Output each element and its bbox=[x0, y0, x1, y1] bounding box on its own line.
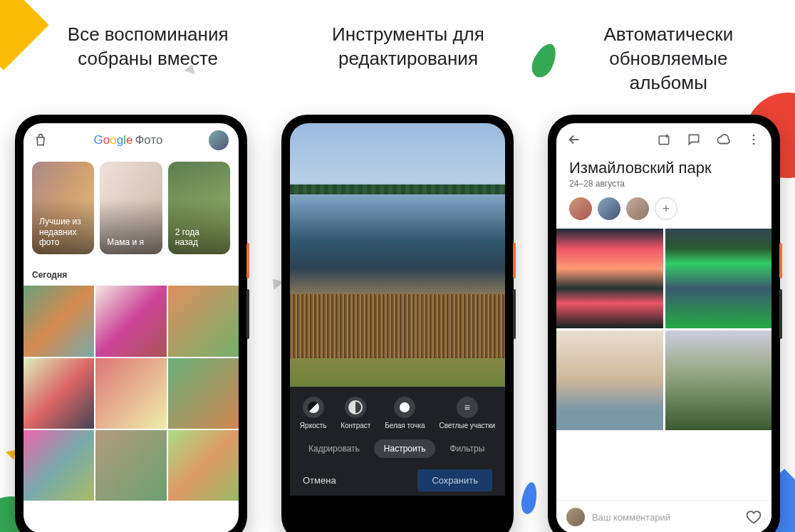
more-icon[interactable] bbox=[746, 132, 762, 147]
dial-contrast[interactable]: Контраст bbox=[341, 397, 370, 429]
dial-label: Контраст bbox=[341, 422, 370, 429]
album-photo[interactable] bbox=[556, 330, 663, 430]
svg-point-2 bbox=[753, 139, 755, 141]
cloud-icon[interactable] bbox=[716, 132, 732, 147]
photo-thumbnail[interactable] bbox=[95, 430, 166, 501]
editor-canvas[interactable] bbox=[290, 123, 505, 387]
canvas-decoration bbox=[290, 184, 505, 194]
album-topbar bbox=[556, 123, 771, 156]
app-logo: GoogleФото bbox=[58, 133, 199, 147]
memory-card-label: 2 года назад bbox=[175, 227, 199, 248]
memory-card[interactable]: Лучшие из недавних фото bbox=[32, 162, 94, 254]
photo-thumbnail[interactable] bbox=[168, 286, 239, 356]
photo-thumbnail[interactable] bbox=[168, 358, 239, 429]
phone-volume-button bbox=[779, 289, 782, 339]
phone-editor: Яркость Контраст Белая точка Светлые уча… bbox=[281, 115, 514, 532]
memory-card-label: Лучшие из недавних фото bbox=[39, 217, 81, 247]
tab-crop[interactable]: Кадрировать bbox=[298, 439, 370, 458]
album-title: Измайловский парк bbox=[556, 156, 771, 179]
phone-volume-button bbox=[246, 289, 249, 339]
memory-card[interactable]: Мама и я bbox=[100, 162, 162, 254]
tab-adjust[interactable]: Настроить bbox=[374, 439, 436, 458]
phone-home: GoogleФото Лучшие из недавних фото Мама … bbox=[15, 115, 247, 532]
canvas-decoration bbox=[290, 294, 505, 358]
photo-thumbnail[interactable] bbox=[24, 430, 94, 501]
tab-filters[interactable]: Фильтры bbox=[440, 439, 494, 458]
editor-controls: Яркость Контраст Белая точка Светлые уча… bbox=[290, 387, 505, 496]
headline-memories: Все воспоминания собраны вместе bbox=[50, 23, 246, 95]
photo-thumbnail[interactable] bbox=[95, 358, 166, 429]
svg-point-1 bbox=[753, 135, 755, 137]
person-avatar[interactable] bbox=[626, 197, 649, 220]
comment-input[interactable]: Ваш комментарий bbox=[592, 512, 739, 523]
comment-bar: Ваш комментарий bbox=[556, 500, 771, 532]
photo-thumbnail[interactable] bbox=[24, 286, 94, 356]
heart-icon[interactable] bbox=[746, 509, 762, 525]
dial-brightness[interactable]: Яркость bbox=[300, 397, 327, 429]
phone-power-button bbox=[779, 243, 782, 278]
add-person-button[interactable]: + bbox=[655, 197, 677, 220]
photo-thumbnail[interactable] bbox=[95, 286, 166, 356]
person-avatar[interactable] bbox=[569, 197, 592, 220]
album-photo[interactable] bbox=[665, 229, 772, 328]
white-point-icon bbox=[394, 397, 415, 418]
dial-label: Светлые участки bbox=[439, 422, 495, 429]
cancel-button[interactable]: Отмена bbox=[303, 469, 336, 491]
svg-point-3 bbox=[753, 143, 755, 145]
phone-power-button bbox=[513, 243, 516, 278]
memory-card[interactable]: 2 года назад bbox=[168, 162, 230, 254]
person-avatar[interactable] bbox=[598, 197, 620, 220]
phone-volume-button bbox=[513, 289, 516, 339]
album-grid bbox=[556, 229, 771, 430]
memory-card-label: Мама и я bbox=[107, 237, 144, 247]
add-photo-icon[interactable] bbox=[656, 132, 672, 147]
comment-icon[interactable] bbox=[686, 132, 702, 147]
highlights-icon bbox=[457, 397, 478, 418]
contrast-icon bbox=[345, 397, 366, 418]
album-photo[interactable] bbox=[556, 229, 663, 328]
app-header: GoogleФото bbox=[24, 123, 239, 157]
comment-avatar bbox=[566, 508, 585, 526]
album-dates: 24–28 августа bbox=[556, 179, 771, 197]
album-people: + bbox=[556, 197, 771, 229]
phone-album: Измайловский парк 24–28 августа + Ваш ко… bbox=[548, 115, 780, 532]
brightness-icon bbox=[303, 397, 324, 418]
photo-thumbnail[interactable] bbox=[168, 430, 239, 501]
dial-label: Белая точка bbox=[385, 422, 425, 429]
back-icon[interactable] bbox=[566, 132, 582, 147]
profile-avatar[interactable] bbox=[209, 130, 229, 150]
photo-grid bbox=[24, 286, 239, 501]
shop-icon[interactable] bbox=[33, 133, 48, 147]
section-heading-today: Сегодня bbox=[24, 259, 239, 286]
dial-white-point[interactable]: Белая точка bbox=[385, 397, 425, 429]
save-button[interactable]: Сохранить bbox=[417, 469, 492, 491]
album-photo[interactable] bbox=[665, 330, 772, 430]
headline-albums: Автоматически обновляемые альбомы bbox=[571, 23, 767, 95]
dial-label: Яркость bbox=[300, 422, 327, 429]
dial-highlights[interactable]: Светлые участки bbox=[439, 397, 495, 429]
photo-thumbnail[interactable] bbox=[24, 358, 94, 429]
phone-power-button bbox=[246, 243, 249, 278]
headline-editing: Инструменты для редактирования bbox=[310, 23, 506, 95]
tab-more[interactable]: Ещ bbox=[499, 439, 505, 458]
